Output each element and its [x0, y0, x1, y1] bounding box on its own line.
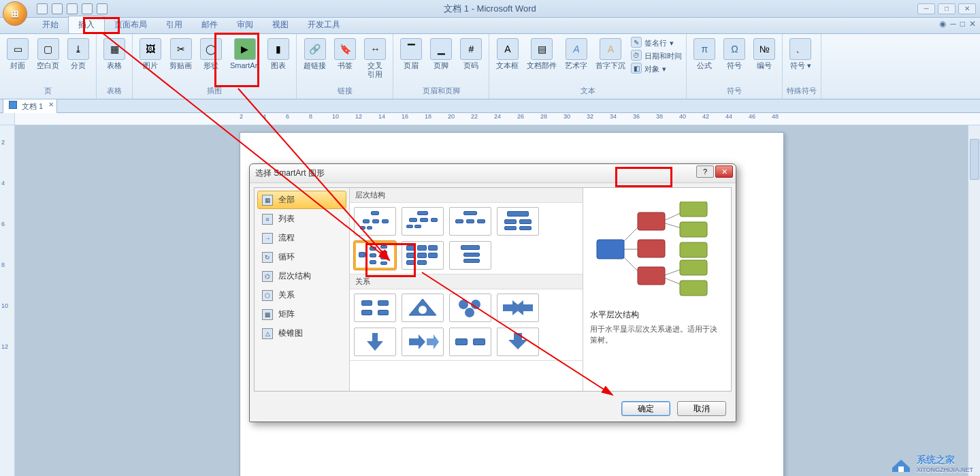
crossref-button[interactable]: ↔交叉 引用 — [361, 37, 389, 80]
tab-references[interactable]: 引用 — [157, 16, 192, 33]
tab-developer[interactable]: 开发工具 — [298, 16, 350, 33]
svg-rect-25 — [680, 260, 707, 275]
tab-review[interactable]: 审阅 — [227, 16, 263, 33]
smartart-thumb[interactable] — [402, 328, 444, 356]
vertical-scrollbar[interactable] — [968, 125, 980, 476]
group-pages: ▭封面 ▢空白页 ⤓分页 页 — [0, 34, 97, 99]
close-doc-icon[interactable]: ✕ — [48, 101, 54, 108]
smartart-thumb[interactable] — [497, 328, 539, 356]
chart-button[interactable]: ▮图表 — [265, 37, 292, 72]
pagenumber-button[interactable]: #页码 — [457, 37, 485, 72]
svg-rect-18 — [597, 240, 624, 259]
tab-home[interactable]: 开始 — [33, 16, 68, 33]
doc-restore-icon[interactable]: □ — [960, 19, 965, 29]
ok-button[interactable]: 确定 — [621, 401, 670, 416]
qat-save-icon[interactable] — [37, 3, 48, 14]
svg-marker-8 — [409, 334, 425, 349]
group-text: A文本框 ▤文档部件 A艺术字 A首字下沉 ✎签名行▾ ⏱日期和时间 ◧对象▾ … — [489, 34, 687, 99]
smartart-thumb[interactable] — [497, 293, 539, 322]
doc-close-icon[interactable]: ✕ — [969, 19, 976, 29]
close-button[interactable]: ✕ — [958, 3, 976, 14]
minimize-button[interactable]: ─ — [917, 3, 935, 14]
nav-all[interactable]: ▦全部 — [257, 191, 346, 209]
smartart-thumb[interactable] — [449, 207, 491, 236]
preview-diagram — [593, 202, 722, 297]
smartart-thumb[interactable] — [402, 293, 444, 322]
svg-rect-24 — [680, 242, 707, 257]
qat-preview-icon[interactable] — [97, 3, 108, 14]
nav-matrix[interactable]: ▩矩阵 — [257, 305, 346, 323]
table-button[interactable]: ▦表格 — [101, 37, 128, 72]
preview-title: 水平层次结构 — [590, 309, 724, 321]
header-button[interactable]: ▔页眉 — [397, 37, 425, 72]
svg-rect-21 — [638, 267, 665, 285]
footer-button[interactable]: ▁页脚 — [427, 37, 455, 72]
smartart-thumb[interactable] — [449, 293, 491, 322]
page-break-button[interactable]: ⤓分页 — [65, 37, 92, 72]
quick-access-toolbar — [37, 3, 108, 14]
qat-redo-icon[interactable] — [67, 3, 78, 14]
picture-button[interactable]: 🖼图片 — [137, 37, 164, 72]
cover-page-button[interactable]: ▭封面 — [4, 37, 31, 72]
window-controls: ─ □ ✕ — [917, 3, 976, 14]
nav-pyramid[interactable]: △棱锥图 — [257, 324, 346, 343]
nav-list[interactable]: ≡列表 — [257, 210, 346, 228]
qat-undo-icon[interactable] — [52, 3, 63, 14]
nav-cycle[interactable]: ↻循环 — [257, 248, 346, 266]
horizontal-ruler: 2468101214161820222426283032343638404244… — [0, 113, 980, 125]
dialog-close-button[interactable]: ✕ — [715, 165, 733, 178]
dropcap-button[interactable]: A首字下沉 — [593, 37, 628, 72]
dialog-gallery[interactable]: 层次结构 关系 — [350, 188, 583, 391]
smartart-thumb[interactable] — [354, 328, 396, 356]
symbol-button[interactable]: Ω符号 — [721, 37, 748, 72]
svg-point-2 — [459, 300, 468, 309]
doc-minimize-icon[interactable]: ─ — [950, 19, 956, 29]
group-special: 、符号 ▾ 特殊符号 — [783, 34, 821, 99]
number-button[interactable]: №编号 — [751, 37, 778, 72]
equation-button[interactable]: π公式 — [691, 37, 718, 72]
special-symbol-button[interactable]: 、符号 ▾ — [787, 37, 814, 72]
smartart-thumb[interactable] — [449, 241, 491, 270]
blank-page-button[interactable]: ▢空白页 — [34, 37, 62, 72]
wordart-button[interactable]: A艺术字 — [562, 37, 590, 72]
quickparts-button[interactable]: ▤文档部件 — [524, 37, 559, 72]
watermark: 系统之家 XITONGZHIJIA.NET — [889, 454, 973, 473]
clipart-button[interactable]: ✂剪贴画 — [167, 37, 195, 72]
office-button[interactable]: ⊞ — [3, 1, 27, 26]
smartart-thumb[interactable] — [402, 207, 444, 236]
group-illustrations: 🖼图片 ✂剪贴画 ◯形状 ▶SmartArt ▮图表 插图 — [133, 34, 297, 99]
dialog-preview: 水平层次结构 用于水平显示层次关系递进。适用于决策树。 — [583, 188, 731, 391]
qat-print-icon[interactable] — [82, 3, 93, 14]
smartart-thumb[interactable] — [449, 328, 491, 356]
textbox-button[interactable]: A文本框 — [493, 37, 521, 72]
svg-rect-30 — [898, 466, 904, 472]
dialog-category-nav: ▦全部 ≡列表 →流程 ↻循环 ⌬层次结构 ⬡关系 ▩矩阵 △棱锥图 — [255, 188, 350, 391]
ribbon: ▭封面 ▢空白页 ⤓分页 页 ▦表格 表格 🖼图片 ✂剪贴画 ◯形状 ▶Smar… — [0, 34, 980, 99]
object-button[interactable]: ◧对象▾ — [631, 63, 682, 75]
bookmark-button[interactable]: 🔖书签 — [331, 37, 359, 72]
document-tab[interactable]: 文档 1 ✕ — [3, 99, 57, 113]
tab-view[interactable]: 视图 — [263, 16, 298, 33]
titlebar: ⊞ 文档 1 - Microsoft Word ─ □ ✕ — [0, 0, 980, 18]
group-symbols: π公式 Ω符号 №编号 符号 — [687, 34, 783, 99]
smartart-thumb[interactable] — [354, 207, 396, 236]
signature-line-button[interactable]: ✎签名行▾ — [631, 37, 682, 49]
document-tabs: 文档 1 ✕ — [0, 99, 980, 113]
svg-point-3 — [471, 300, 480, 309]
svg-rect-23 — [680, 222, 707, 237]
smartart-thumb[interactable] — [497, 207, 539, 236]
tab-mailings[interactable]: 邮件 — [192, 16, 227, 33]
group-headerfooter: ▔页眉 ▁页脚 #页码 页眉和页脚 — [393, 34, 489, 99]
datetime-button[interactable]: ⏱日期和时间 — [631, 50, 682, 62]
maximize-button[interactable]: □ — [938, 3, 956, 14]
help-icon[interactable]: ◉ — [939, 19, 946, 29]
preview-description: 用于水平显示层次关系递进。适用于决策树。 — [590, 323, 724, 345]
smartart-thumb[interactable] — [354, 293, 396, 322]
nav-relationship[interactable]: ⬡关系 — [257, 286, 346, 304]
nav-process[interactable]: →流程 — [257, 229, 346, 247]
section-hierarchy: 层次结构 — [350, 188, 583, 203]
hyperlink-button[interactable]: 🔗超链接 — [301, 37, 329, 72]
nav-hierarchy[interactable]: ⌬层次结构 — [257, 267, 346, 285]
cancel-button[interactable]: 取消 — [677, 401, 726, 416]
dialog-help-button[interactable]: ? — [696, 165, 714, 178]
